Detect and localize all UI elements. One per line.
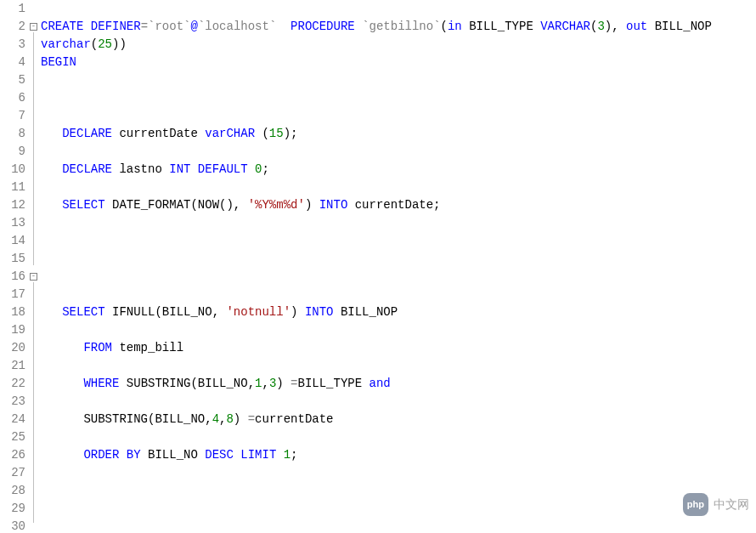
code-line — [41, 89, 756, 107]
line-number: 21 — [0, 357, 25, 375]
line-number-gutter: 1 2 3 4 5 6 7 8 9 10 11 12 13 14 15 16 1… — [0, 0, 29, 533]
code-line — [41, 232, 756, 250]
line-number: 9 — [0, 143, 25, 161]
line-number: 17 — [0, 286, 25, 303]
fold-guide — [33, 282, 34, 523]
line-number: 6 — [0, 89, 25, 107]
line-number: 1 — [0, 0, 25, 18]
code-content[interactable]: CREATE DEFINER=`root`@`localhost` PROCED… — [39, 0, 756, 533]
code-line: BEGIN — [41, 54, 756, 71]
line-number: 3 — [0, 36, 25, 54]
line-number: 16 — [0, 268, 25, 286]
line-number: 2 — [0, 18, 25, 36]
code-line: SUBSTRING(BILL_NO,4,8) =currentDate — [41, 411, 756, 428]
code-line: ORDER BY BILL_NO DESC LIMIT 1; — [41, 446, 756, 464]
code-line: DECLARE lastno INT DEFAULT 0; — [41, 161, 756, 179]
code-line: WHERE SUBSTRING(BILL_NO,1,3) =BILL_TYPE … — [41, 375, 756, 393]
line-number: 13 — [0, 214, 25, 232]
line-number: 14 — [0, 232, 25, 250]
fold-toggle-icon[interactable]: - — [30, 273, 37, 281]
code-line: SELECT IFNULL(BILL_NO, 'notnull') INTO B… — [41, 303, 756, 321]
code-line: DECLARE currentDate varCHAR (15); — [41, 125, 756, 143]
fold-column: - - — [29, 0, 39, 533]
line-number: 24 — [0, 411, 25, 428]
code-line — [41, 482, 756, 500]
line-number: 11 — [0, 179, 25, 196]
code-line: SELECT DATE_FORMAT(NOW(), '%Y%m%d') INTO… — [41, 196, 756, 214]
line-number: 28 — [0, 482, 25, 500]
line-number: 23 — [0, 393, 25, 411]
code-editor: 1 2 3 4 5 6 7 8 9 10 11 12 13 14 15 16 1… — [0, 0, 756, 533]
line-number: 12 — [0, 196, 25, 214]
line-number: 22 — [0, 375, 25, 393]
line-number: 10 — [0, 161, 25, 179]
line-number: 18 — [0, 303, 25, 321]
line-number: 15 — [0, 250, 25, 268]
line-number: 8 — [0, 125, 25, 143]
line-number: 5 — [0, 71, 25, 89]
line-number: 26 — [0, 446, 25, 464]
line-number: 29 — [0, 500, 25, 518]
php-logo-icon: php — [683, 493, 708, 516]
line-number: 25 — [0, 428, 25, 446]
code-line — [41, 518, 756, 533]
line-number: 19 — [0, 321, 25, 339]
code-line: CREATE DEFINER=`root`@`localhost` PROCED… — [41, 18, 756, 36]
fold-guide — [33, 32, 34, 265]
line-number: 20 — [0, 339, 25, 357]
line-number: 30 — [0, 518, 25, 533]
watermark: php 中文网 — [683, 493, 749, 516]
code-line: FROM temp_bill — [41, 339, 756, 357]
code-line — [41, 268, 756, 286]
line-number: 27 — [0, 464, 25, 482]
line-number: 7 — [0, 107, 25, 125]
watermark-text: 中文网 — [714, 496, 749, 513]
fold-toggle-icon[interactable]: - — [30, 23, 37, 31]
line-number: 4 — [0, 54, 25, 71]
